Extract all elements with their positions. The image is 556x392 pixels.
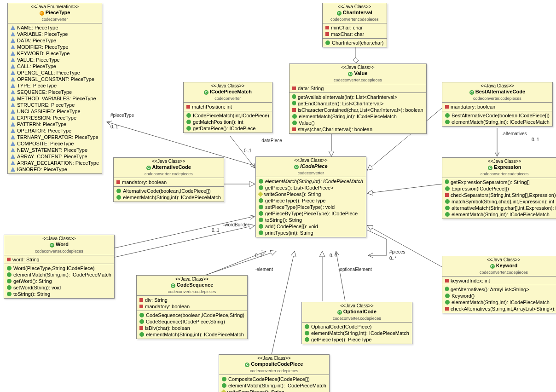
- member: isCharacterContained(char,List<CharInter…: [290, 107, 426, 113]
- compartment: keywordIndex: int: [442, 277, 556, 285]
- stereotype: <<Java Class>>: [442, 82, 552, 88]
- enum-literal-icon: [11, 38, 15, 43]
- compartment: minChar: charmaxChar: char: [323, 23, 387, 39]
- member: NAME: PieceType: [8, 24, 102, 31]
- enum-literal-icon: [11, 64, 15, 69]
- member: getWord(): String: [4, 278, 114, 284]
- class-name: E PieceType: [8, 9, 102, 17]
- class-icon: C: [171, 283, 175, 288]
- class-icon: C: [146, 166, 151, 170]
- member-icon: [259, 224, 263, 229]
- member: matchPosition: int: [184, 104, 272, 110]
- enum-literal-icon: [11, 70, 15, 75]
- compartment: elementMatch(String,int): ICodePieceMatc…: [256, 177, 366, 237]
- member: getMatchPosition(): int: [184, 119, 272, 125]
- member-text: CodeSequence(ICodePiece,String): [146, 319, 225, 324]
- class-package: codeconverter: [184, 96, 272, 103]
- member: elementMatch(String,int): ICodePieceMatc…: [442, 299, 556, 306]
- member-icon: [186, 113, 191, 118]
- member-icon: [7, 279, 12, 283]
- class-package: codeconverter: [256, 171, 366, 177]
- class-icon: C: [50, 243, 54, 248]
- member: elementMatch(String,int): ICodePieceMatc…: [4, 271, 114, 278]
- member-icon: [445, 279, 449, 282]
- member-icon: [445, 120, 450, 124]
- stereotype: <<Java Enumeration>>: [8, 3, 102, 9]
- enum-literal-icon: [11, 128, 15, 133]
- enum-icon: E: [40, 11, 44, 16]
- member-text: EXPRESSION: PieceType: [17, 115, 76, 121]
- assoc-label: #pieceType: [110, 113, 134, 118]
- member: getEndCharacter(): List<CharInterval>: [290, 100, 426, 107]
- member-icon: [222, 383, 226, 388]
- member: getPieces(): List<ICodePiece>: [256, 184, 366, 191]
- member: NEW_STATEMENT: PieceType: [8, 147, 102, 153]
- class-name: C ICodePiece: [256, 163, 366, 171]
- member-text: checkSeparators(String,int,String[],Expr…: [451, 192, 556, 198]
- member: elementMatch(String,int): ICodePieceMatc…: [442, 119, 552, 125]
- class-package: codeconverter: [8, 17, 102, 23]
- enum-literal-icon: [11, 51, 15, 56]
- member-text: mandatory: boolean: [145, 304, 190, 309]
- member-text: getPieceType(): PieceType: [311, 337, 371, 342]
- class-name: C CompositeCodePiece: [219, 361, 329, 369]
- class-CompositeCodePiece: <<Java Class>>C CompositeCodePiececodeco…: [219, 354, 330, 392]
- member: writeSonsPieces(): String: [219, 389, 329, 392]
- class-name: C CodeSequence: [137, 282, 247, 289]
- enum-literal-icon: [11, 148, 15, 152]
- class-package: codeconverter.codepieces: [302, 316, 412, 323]
- member-text: Expression(ICodePiece[]): [452, 186, 509, 191]
- member: IGNORED: PieceType: [8, 166, 102, 173]
- member-icon: [292, 127, 296, 131]
- member: UNCLASSIFIED: PieceType: [8, 108, 102, 115]
- member-text: UNCLASSIFIED: PieceType: [17, 109, 81, 114]
- svg-line-12: [113, 216, 255, 248]
- member: printTypes(int): String: [256, 230, 366, 236]
- member-text: add(ICodePiece[]): void: [265, 224, 318, 229]
- member: keywordIndex: int: [442, 277, 556, 284]
- member: OPENGL_CALL: PieceType: [8, 69, 102, 76]
- member-text: stays(char,CharInterval): boolean: [298, 127, 372, 132]
- member: MODIFIER: PieceType: [8, 44, 102, 50]
- member-icon: [186, 105, 190, 109]
- compartment: getAvailableIntervals(int): List<CharInt…: [290, 93, 426, 133]
- class-package: codeconverter.codepieces: [4, 249, 114, 255]
- member-icon: [292, 108, 296, 112]
- compartment: getAlternatives(): ArrayList<String>Keyw…: [442, 285, 556, 313]
- class-name: C Value: [290, 70, 426, 78]
- compartment: word: String: [4, 255, 114, 264]
- member: elementMatch(String,int): ICodePieceMatc…: [256, 178, 366, 184]
- member-icon: [259, 205, 263, 209]
- enum-literal-icon: [11, 141, 15, 146]
- compartment: BestAlternativeCode(boolean,ICodePiece[]…: [442, 111, 552, 126]
- member-icon: [325, 26, 329, 29]
- member-text: getPieces(): List<ICodePiece>: [265, 185, 334, 190]
- member-text: elementMatch(String,int): ICodePieceMatc…: [452, 212, 550, 217]
- enum-literal-icon: [11, 154, 15, 159]
- class-name: C BestAlternativeCode: [442, 88, 552, 96]
- class-AlternativeCode: <<Java Class>>C AlternativeCodecodeconve…: [113, 157, 224, 202]
- member-icon: [445, 105, 449, 109]
- member: word: String: [4, 256, 114, 263]
- svg-line-6: [272, 251, 295, 354]
- class-icon: C: [348, 72, 353, 76]
- class-name: C Expression: [442, 164, 556, 172]
- member: Keyword(): [442, 293, 556, 299]
- member-text: getExpressionSeparators(): String[]: [451, 179, 530, 185]
- member: getPieceByType(PieceType): ICodePiece: [256, 210, 366, 217]
- member-icon: [292, 102, 296, 105]
- assoc-label: -dataPiece: [260, 138, 282, 143]
- member: OPENGL_CONSTANT: PieceType: [8, 76, 102, 82]
- member: Expression(ICodePiece[]): [442, 185, 556, 192]
- member-text: elementMatch(String,int): ICodePieceMatc…: [13, 272, 111, 277]
- member-text: writeSonsPieces(): String: [264, 191, 321, 197]
- member-text: elementMatch(String,int): ICodePieceMatc…: [452, 119, 550, 125]
- member: COMPOSITE: PieceType: [8, 140, 102, 147]
- class-package: codeconverter.codepieces: [442, 172, 556, 178]
- stereotype: <<Java Class>>: [184, 82, 272, 88]
- class-Value: <<Java Class>>C Valuecodeconverter.codep…: [289, 63, 427, 134]
- class-icon: C: [294, 165, 299, 169]
- member-icon: [445, 288, 449, 291]
- compartment: data: String: [290, 84, 426, 93]
- member-text: KEYWORD: PieceType: [17, 51, 70, 56]
